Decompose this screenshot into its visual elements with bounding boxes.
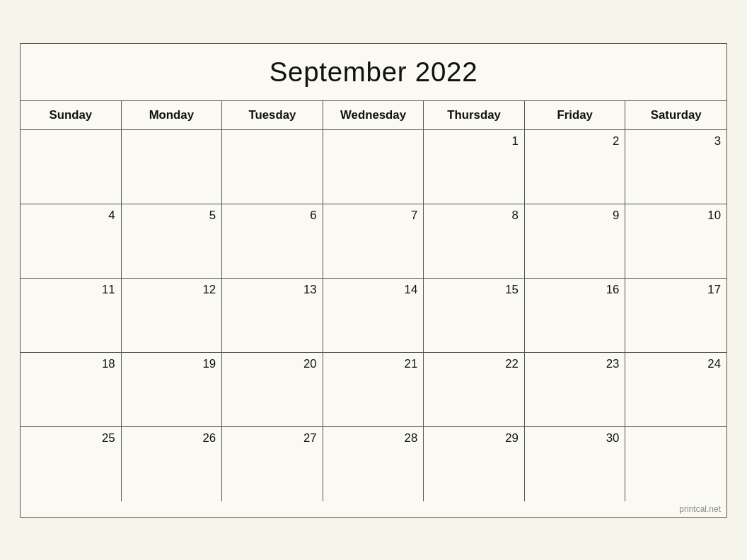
day-cell: 25 [21,427,122,501]
day-number: 6 [310,209,316,223]
day-cell: 2 [525,130,626,204]
day-cell: 22 [424,353,525,427]
day-header-tuesday: Tuesday [222,101,323,130]
day-cell [222,130,323,204]
day-header-saturday: Saturday [625,101,726,130]
day-cell: 18 [21,353,122,427]
day-header-thursday: Thursday [424,101,525,130]
day-number: 28 [405,431,418,445]
calendar-grid: SundayMondayTuesdayWednesdayThursdayFrid… [21,101,726,501]
day-cell: 4 [21,204,122,279]
day-cell: 10 [625,204,726,279]
day-cell [21,130,122,204]
day-number: 20 [303,357,317,371]
day-cell: 27 [222,427,323,501]
day-number: 19 [202,357,216,371]
day-cell: 6 [222,204,323,279]
day-number: 30 [606,431,620,445]
calendar-title: September 2022 [21,44,726,101]
day-number: 24 [707,357,721,371]
day-cell: 26 [122,427,223,501]
day-cell [323,130,424,204]
day-number: 27 [303,431,317,445]
day-cell: 24 [625,353,726,427]
day-cell: 14 [323,279,424,353]
day-header-monday: Monday [122,101,223,130]
day-number: 26 [202,431,216,445]
day-number: 1 [512,134,519,148]
day-number: 13 [303,283,317,297]
day-cell: 29 [424,427,525,501]
day-number: 29 [505,431,519,445]
day-header-wednesday: Wednesday [323,101,424,130]
day-number: 23 [606,357,620,371]
day-cell: 16 [525,279,626,353]
day-cell [122,130,223,204]
day-cell: 7 [323,204,424,279]
day-number: 11 [102,283,115,297]
day-number: 14 [405,283,418,297]
day-cell: 13 [222,279,323,353]
day-cell: 20 [222,353,323,427]
day-cell: 9 [525,204,626,279]
day-number: 9 [613,209,619,223]
day-number: 12 [202,283,216,297]
day-cell [625,427,726,501]
day-number: 21 [405,357,418,371]
day-cell: 30 [525,427,626,501]
day-number: 5 [209,209,216,223]
day-number: 22 [505,357,519,371]
day-cell: 11 [21,279,122,353]
day-cell: 3 [625,130,726,204]
day-number: 16 [606,283,620,297]
day-cell: 21 [323,353,424,427]
day-number: 3 [714,134,721,148]
day-cell: 12 [122,279,223,353]
day-cell: 19 [122,353,223,427]
day-cell: 1 [424,130,525,204]
day-cell: 17 [625,279,726,353]
calendar: September 2022 SundayMondayTuesdayWednes… [20,43,727,518]
day-number: 8 [512,209,519,223]
day-number: 15 [505,283,519,297]
day-number: 10 [707,209,721,223]
day-cell: 15 [424,279,525,353]
day-cell: 23 [525,353,626,427]
day-number: 17 [707,283,721,297]
day-header-friday: Friday [525,101,626,130]
day-cell: 5 [122,204,223,279]
day-number: 2 [613,134,619,148]
watermark: printcal.net [21,501,726,517]
day-number: 7 [411,209,417,223]
day-number: 25 [102,431,115,445]
day-header-sunday: Sunday [21,101,122,130]
day-number: 18 [102,357,115,371]
day-cell: 8 [424,204,525,279]
day-number: 4 [108,209,115,223]
day-cell: 28 [323,427,424,501]
